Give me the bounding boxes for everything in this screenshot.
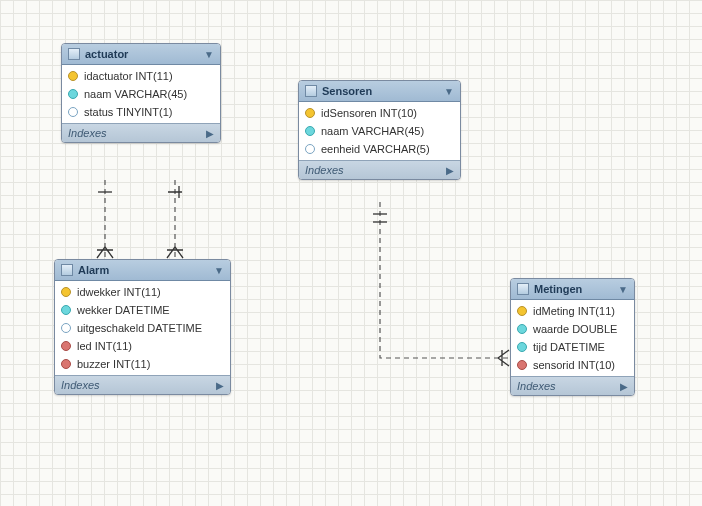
table-metingen[interactable]: Metingen ▼ idMeting INT(11) waarde DOUBL… (510, 278, 635, 396)
column-row[interactable]: idMeting INT(11) (511, 302, 634, 320)
attr-icon (68, 107, 78, 117)
key-icon (68, 71, 78, 81)
column-row[interactable]: idwekker INT(11) (55, 283, 230, 301)
column-row[interactable]: sensorid INT(10) (511, 356, 634, 374)
collapse-icon[interactable]: ▼ (204, 49, 214, 60)
column-label: sensorid INT(10) (533, 359, 615, 371)
key-icon (61, 287, 71, 297)
collapse-icon[interactable]: ▼ (444, 86, 454, 97)
indexes-label: Indexes (305, 164, 344, 176)
column-row[interactable]: idSensoren INT(10) (299, 104, 460, 122)
column-label: idwekker INT(11) (77, 286, 161, 298)
expand-icon[interactable]: ▶ (446, 165, 454, 176)
column-row[interactable]: waarde DOUBLE (511, 320, 634, 338)
column-label: eenheid VARCHAR(5) (321, 143, 430, 155)
key-icon (517, 306, 527, 316)
column-row[interactable]: eenheid VARCHAR(5) (299, 140, 460, 158)
table-title: Sensoren (322, 85, 372, 97)
column-label: buzzer INT(11) (77, 358, 150, 370)
table-icon (517, 283, 529, 295)
fk-icon (517, 360, 527, 370)
column-label: idSensoren INT(10) (321, 107, 417, 119)
indexes-section[interactable]: Indexes ▶ (299, 160, 460, 179)
column-row[interactable]: naam VARCHAR(45) (299, 122, 460, 140)
column-label: tijd DATETIME (533, 341, 605, 353)
indexes-label: Indexes (517, 380, 556, 392)
column-row[interactable]: wekker DATETIME (55, 301, 230, 319)
column-label: wekker DATETIME (77, 304, 170, 316)
attr-icon (305, 144, 315, 154)
attr-icon (61, 305, 71, 315)
column-row[interactable]: status TINYINT(1) (62, 103, 220, 121)
expand-icon[interactable]: ▶ (206, 128, 214, 139)
attr-icon (61, 323, 71, 333)
column-row[interactable]: tijd DATETIME (511, 338, 634, 356)
column-label: naam VARCHAR(45) (84, 88, 187, 100)
fk-icon (61, 341, 71, 351)
column-row[interactable]: naam VARCHAR(45) (62, 85, 220, 103)
table-icon (305, 85, 317, 97)
attr-icon (517, 324, 527, 334)
attr-icon (305, 126, 315, 136)
table-title: Metingen (534, 283, 582, 295)
indexes-section[interactable]: Indexes ▶ (55, 375, 230, 394)
indexes-section[interactable]: Indexes ▶ (62, 123, 220, 142)
column-list: idSensoren INT(10) naam VARCHAR(45) eenh… (299, 102, 460, 160)
expand-icon[interactable]: ▶ (620, 381, 628, 392)
indexes-section[interactable]: Indexes ▶ (511, 376, 634, 395)
column-label: led INT(11) (77, 340, 132, 352)
column-label: status TINYINT(1) (84, 106, 172, 118)
column-list: idwekker INT(11) wekker DATETIME uitgesc… (55, 281, 230, 375)
table-alarm[interactable]: Alarm ▼ idwekker INT(11) wekker DATETIME… (54, 259, 231, 395)
column-list: idMeting INT(11) waarde DOUBLE tijd DATE… (511, 300, 634, 376)
indexes-label: Indexes (68, 127, 107, 139)
column-label: idMeting INT(11) (533, 305, 615, 317)
collapse-icon[interactable]: ▼ (618, 284, 628, 295)
column-row[interactable]: idactuator INT(11) (62, 67, 220, 85)
table-title: Alarm (78, 264, 109, 276)
column-list: idactuator INT(11) naam VARCHAR(45) stat… (62, 65, 220, 123)
table-icon (68, 48, 80, 60)
table-title: actuator (85, 48, 128, 60)
table-sensoren[interactable]: Sensoren ▼ idSensoren INT(10) naam VARCH… (298, 80, 461, 180)
collapse-icon[interactable]: ▼ (214, 265, 224, 276)
table-header[interactable]: actuator ▼ (62, 44, 220, 65)
column-row[interactable]: buzzer INT(11) (55, 355, 230, 373)
column-label: waarde DOUBLE (533, 323, 617, 335)
expand-icon[interactable]: ▶ (216, 380, 224, 391)
table-header[interactable]: Sensoren ▼ (299, 81, 460, 102)
column-row[interactable]: led INT(11) (55, 337, 230, 355)
column-row[interactable]: uitgeschakeld DATETIME (55, 319, 230, 337)
column-label: idactuator INT(11) (84, 70, 173, 82)
table-icon (61, 264, 73, 276)
fk-icon (61, 359, 71, 369)
table-header[interactable]: Metingen ▼ (511, 279, 634, 300)
indexes-label: Indexes (61, 379, 100, 391)
attr-icon (68, 89, 78, 99)
attr-icon (517, 342, 527, 352)
key-icon (305, 108, 315, 118)
column-label: uitgeschakeld DATETIME (77, 322, 202, 334)
table-header[interactable]: Alarm ▼ (55, 260, 230, 281)
table-actuator[interactable]: actuator ▼ idactuator INT(11) naam VARCH… (61, 43, 221, 143)
column-label: naam VARCHAR(45) (321, 125, 424, 137)
